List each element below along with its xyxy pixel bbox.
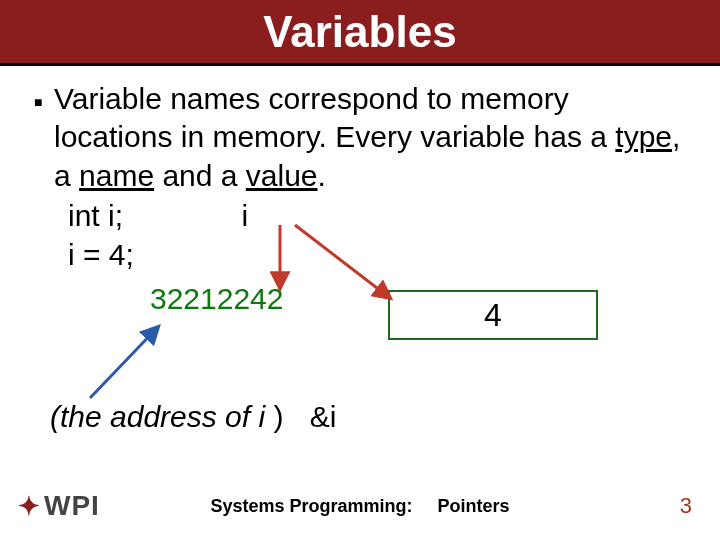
paragraph: Variable names correspond to memory loca… <box>54 80 686 318</box>
address-caption: (the address of i ) &i <box>50 400 336 434</box>
code-decl: int i; <box>68 199 123 232</box>
footer-topic: Pointers <box>438 496 510 516</box>
caption-amp-i: &i <box>310 400 337 433</box>
word-value: value <box>246 159 318 192</box>
page-number: 3 <box>680 493 692 519</box>
footer-center: Systems Programming: Pointers <box>0 496 720 517</box>
footer: ✦ WPI Systems Programming: Pointers 3 <box>0 490 720 522</box>
caption-italic: (the address of i <box>50 400 273 433</box>
bullet-row: ■ Variable names correspond to memory lo… <box>34 80 686 318</box>
word-type: type <box>615 120 672 153</box>
caption-close: ) <box>273 400 283 433</box>
para-text-3: and a <box>154 159 246 192</box>
word-name: name <box>79 159 154 192</box>
para-text-1: Variable names correspond to memory loca… <box>54 82 615 153</box>
value-box: 4 <box>388 290 598 340</box>
code-assign: i = 4; <box>68 236 686 274</box>
label-i: i <box>241 197 248 235</box>
title-band: Variables <box>0 0 720 66</box>
footer-course: Systems Programming: <box>210 496 412 516</box>
code-decl-line: int i; i <box>68 197 686 235</box>
box-value: 4 <box>484 297 502 334</box>
bullet-icon: ■ <box>34 94 44 318</box>
arrow-address-icon <box>90 327 158 398</box>
content-area: ■ Variable names correspond to memory lo… <box>0 66 720 318</box>
para-text-4: . <box>318 159 326 192</box>
slide-title: Variables <box>263 7 456 57</box>
